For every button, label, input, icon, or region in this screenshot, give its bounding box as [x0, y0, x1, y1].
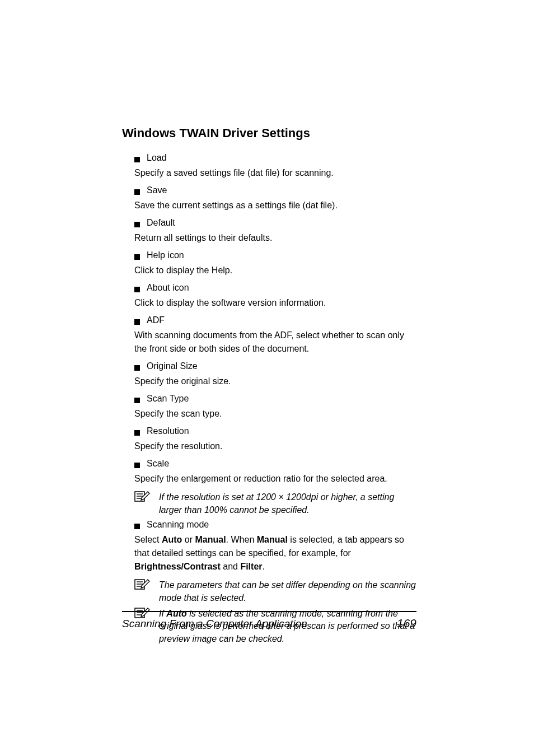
bullet-row: ADF [134, 315, 416, 325]
square-bullet-icon [134, 365, 140, 371]
note-text: The parameters that can be set differ de… [159, 579, 416, 604]
page-number: 169 [397, 617, 416, 630]
settings-list: Load Specify a saved settings file (dat … [122, 153, 416, 645]
entry-desc: Specify the original size. [134, 375, 416, 388]
note-icon [134, 490, 150, 505]
entry-desc: Specify the scan type. [134, 407, 416, 421]
entry-desc: Return all settings to their defaults. [134, 231, 416, 245]
square-bullet-icon [134, 254, 140, 260]
bold: Manual [195, 535, 226, 544]
entry-help-icon: Help icon Click to display the Help. [122, 250, 416, 277]
footer-title: Scanning From a Computer Application [122, 618, 307, 630]
square-bullet-icon [134, 157, 140, 162]
entry-desc: Specify the enlargement or reduction rat… [134, 472, 416, 486]
entry-resolution: Resolution Specify the resolution. [122, 426, 416, 453]
note-text: If the resolution is set at 1200 × 1200d… [159, 491, 416, 516]
bullet-row: Help icon [134, 250, 416, 260]
entry-adf: ADF With scanning documents from the ADF… [122, 315, 416, 356]
entry-desc: Click to display the Help. [134, 264, 416, 277]
text: Select [134, 535, 162, 544]
footer-line: Scanning From a Computer Application 169 [122, 617, 416, 630]
entry-original-size: Original Size Specify the original size. [122, 361, 416, 388]
entry-label: Scanning mode [147, 520, 209, 530]
bullet-row: Scanning mode [134, 520, 416, 530]
note-resolution: If the resolution is set at 1200 × 1200d… [134, 491, 416, 516]
bold: Brightness/Contrast [134, 562, 221, 571]
bullet-row: Resolution [134, 426, 416, 436]
text: and [221, 562, 241, 571]
footer-rule [122, 611, 416, 612]
entry-load: Load Specify a saved settings file (dat … [122, 153, 416, 180]
bullet-row: Scale [134, 459, 416, 469]
entry-label: Scale [147, 459, 169, 469]
page-footer: Scanning From a Computer Application 169 [122, 611, 416, 630]
square-bullet-icon [134, 189, 140, 195]
bullet-row: Save [134, 185, 416, 195]
text: . [263, 562, 265, 571]
entry-label: ADF [147, 315, 165, 325]
entry-desc: Click to display the software version in… [134, 296, 416, 310]
bullet-row: Load [134, 153, 416, 163]
square-bullet-icon [134, 319, 140, 325]
entry-label: Default [147, 218, 175, 228]
square-bullet-icon [134, 463, 140, 468]
entry-save: Save Save the current settings as a sett… [122, 185, 416, 212]
entry-desc: With scanning documents from the ADF, se… [134, 329, 416, 356]
square-bullet-icon [134, 287, 140, 292]
entry-scale: Scale Specify the enlargement or reducti… [122, 459, 416, 486]
note-icon [134, 578, 150, 592]
section-title: Windows TWAIN Driver Settings [122, 126, 416, 141]
bullet-row: Original Size [134, 361, 416, 371]
entry-label: Load [147, 153, 167, 163]
bold: Filter [240, 562, 262, 571]
entry-label: Scan Type [147, 394, 189, 404]
text: or [182, 535, 195, 544]
square-bullet-icon [134, 430, 140, 436]
document-page: Windows TWAIN Driver Settings Load Speci… [0, 0, 534, 756]
square-bullet-icon [134, 524, 140, 529]
bold: Auto [162, 535, 182, 544]
entry-desc: Specify a saved settings file (dat file)… [134, 166, 416, 180]
bullet-row: Default [134, 218, 416, 228]
note-parameters: The parameters that can be set differ de… [134, 579, 416, 604]
square-bullet-icon [134, 222, 140, 227]
entry-about-icon: About icon Click to display the software… [122, 283, 416, 310]
entry-label: Save [147, 185, 167, 195]
entry-desc: Select Auto or Manual. When Manual is se… [134, 533, 416, 573]
entry-scanning-mode: Scanning mode Select Auto or Manual. Whe… [122, 520, 416, 573]
bold: Manual [257, 535, 288, 544]
entry-default: Default Return all settings to their def… [122, 218, 416, 245]
bullet-row: Scan Type [134, 394, 416, 404]
entry-label: About icon [147, 283, 189, 293]
entry-label: Resolution [147, 426, 189, 436]
entry-label: Help icon [147, 250, 184, 260]
entry-desc: Save the current settings as a settings … [134, 199, 416, 212]
entry-scan-type: Scan Type Specify the scan type. [122, 394, 416, 421]
text: . When [226, 535, 257, 544]
square-bullet-icon [134, 398, 140, 403]
bullet-row: About icon [134, 283, 416, 293]
entry-label: Original Size [147, 361, 198, 371]
entry-desc: Specify the resolution. [134, 440, 416, 453]
